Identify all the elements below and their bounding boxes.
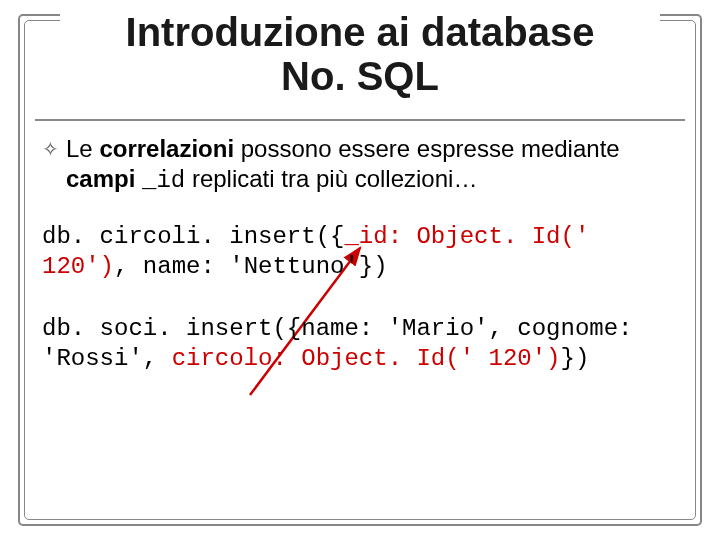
slide: Introduzione ai database No. SQL ✧ Le co… xyxy=(0,0,720,540)
txt: possono essere espresse mediante xyxy=(234,135,620,162)
code-highlight: circolo: Object. Id(' 120') xyxy=(172,345,561,372)
bullet-icon: ✧ xyxy=(42,134,66,164)
bullet-item: ✧ Le correlazioni possono essere espress… xyxy=(42,134,678,196)
code: db. circoli. insert({ xyxy=(42,223,344,250)
slide-title: Introduzione ai database No. SQL xyxy=(0,10,720,98)
slide-body: ✧ Le correlazioni possono essere espress… xyxy=(42,134,678,374)
code-block-1: db. circoli. insert({_id: Object. Id(' 1… xyxy=(42,222,678,282)
title-line-2: No. SQL xyxy=(281,54,439,98)
bullet-text: Le correlazioni possono essere espresse … xyxy=(66,134,678,196)
title-divider xyxy=(35,119,685,121)
code: }) xyxy=(561,345,590,372)
txt-code: _id xyxy=(142,167,185,194)
code: , name: 'Nettuno'}) xyxy=(114,253,388,280)
code-block-2: db. soci. insert({name: 'Mario', cognome… xyxy=(42,314,678,374)
txt-bold: campi xyxy=(66,165,142,192)
title-line-1: Introduzione ai database xyxy=(126,10,595,54)
txt-bold: correlazioni xyxy=(99,135,234,162)
txt: replicati tra più collezioni… xyxy=(185,165,477,192)
txt: Le xyxy=(66,135,99,162)
